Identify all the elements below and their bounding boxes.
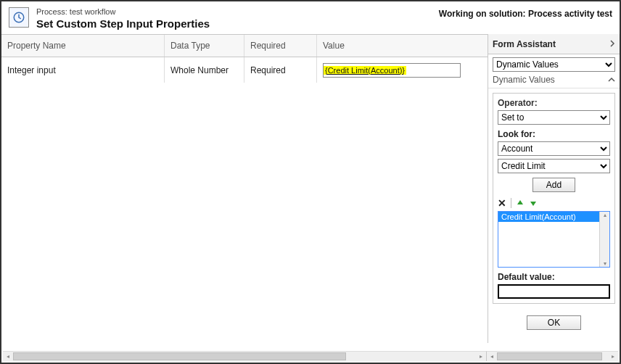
working-on-solution: Working on solution: Process activity te… <box>439 7 612 19</box>
value-chip[interactable]: {Credit Limit(Account)} <box>324 66 406 75</box>
form-assistant-header[interactable]: Form Assistant <box>488 34 620 54</box>
grid-row: Integer input Whole Number Required {Cre… <box>1 57 488 83</box>
selected-values-list[interactable]: Credit Limit(Account) ▴▾ <box>498 211 610 268</box>
move-down-icon[interactable] <box>529 199 538 207</box>
properties-grid: Property Name Data Type Required Value I… <box>1 34 488 343</box>
add-button[interactable]: Add <box>532 178 575 192</box>
right-hscrollbar[interactable]: ◂ ▸ <box>486 351 618 361</box>
dynamic-values-section[interactable]: Dynamic Values <box>488 72 620 88</box>
ok-button[interactable]: OK <box>527 315 581 330</box>
operator-select[interactable]: Set to <box>498 110 610 125</box>
scroll-left-icon[interactable]: ◂ <box>3 353 13 360</box>
cell-required: Required <box>244 57 317 83</box>
dynamic-values-body: Operator: Set to Look for: Account Credi… <box>493 93 615 304</box>
lookfor-label: Look for: <box>498 129 610 139</box>
cell-property-name: Integer input <box>1 57 165 83</box>
collapse-icon[interactable] <box>608 75 615 85</box>
separator <box>511 198 511 208</box>
left-hscrollbar[interactable]: ◂ ▸ <box>3 351 486 361</box>
process-prefix: Process: <box>36 7 67 16</box>
process-breadcrumb: Process: test workflow <box>36 7 439 16</box>
cell-data-type: Whole Number <box>165 57 244 83</box>
default-value-label: Default value: <box>498 272 610 282</box>
expand-icon[interactable] <box>609 39 615 49</box>
col-header-value[interactable]: Value <box>317 35 488 57</box>
mode-select[interactable]: Dynamic Values <box>493 57 615 72</box>
form-assistant-panel: Form Assistant Dynamic Values Dynamic Va… <box>488 34 620 343</box>
list-scrollbar[interactable]: ▴▾ <box>599 212 609 267</box>
scroll-right-icon[interactable]: ▸ <box>608 353 618 360</box>
operator-label: Operator: <box>498 98 610 108</box>
scroll-left-icon[interactable]: ◂ <box>487 353 497 360</box>
dynamic-values-label: Dynamic Values <box>493 75 555 85</box>
process-name: test workflow <box>70 7 116 16</box>
value-input[interactable]: {Credit Limit(Account)} <box>323 63 461 78</box>
lookfor-entity-select[interactable]: Account <box>498 141 610 156</box>
col-header-data-type[interactable]: Data Type <box>165 35 244 57</box>
selected-value-item[interactable]: Credit Limit(Account) <box>498 212 609 222</box>
col-header-required[interactable]: Required <box>244 35 317 57</box>
page-title: Set Custom Step Input Properties <box>36 17 439 30</box>
default-value-input[interactable] <box>498 284 610 299</box>
move-up-icon[interactable] <box>516 199 525 207</box>
col-header-property-name[interactable]: Property Name <box>1 35 165 57</box>
process-icon <box>9 7 29 28</box>
lookfor-field-select[interactable]: Credit Limit <box>498 159 610 173</box>
remove-icon[interactable]: ✕ <box>498 198 506 208</box>
bottom-scrollbars: ◂ ▸ ◂ ▸ <box>3 351 618 361</box>
grid-header: Property Name Data Type Required Value <box>1 34 488 57</box>
cell-value: {Credit Limit(Account)} <box>317 57 488 83</box>
scroll-right-icon[interactable]: ▸ <box>476 353 486 360</box>
header: Process: test workflow Set Custom Step I… <box>1 1 620 34</box>
form-assistant-title: Form Assistant <box>493 39 556 49</box>
